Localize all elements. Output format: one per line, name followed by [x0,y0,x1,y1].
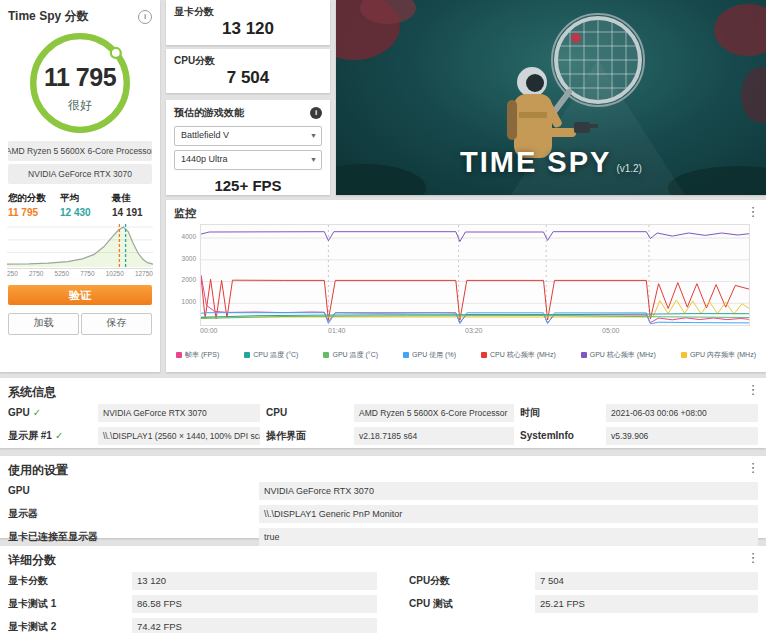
dist-tick: 12750 [135,270,153,277]
gpu-score-card: 显卡分数 13 120 [166,0,330,45]
overall-score: 11 795 [26,63,134,92]
legend-color-chip [323,352,329,358]
setting-label-display: 显示器 [8,505,253,523]
settings-title: 使用的设置 [8,462,68,479]
field-label-os: 操作界面 [266,427,348,445]
cpu-score-value: 7 504 [166,68,330,88]
setting-value-gpu: NVIDIA GeForce RTX 3070 [259,482,758,500]
legend-item-gpu-usage[interactable]: GPU 使用 (%) [403,350,456,360]
y-axis-tick: 3000 [170,255,196,262]
legend-item-cpu-clock[interactable]: CPU 核心频率 (MHz) [481,350,556,360]
kebab-menu-icon[interactable]: ⋮ [746,204,760,219]
legend-color-chip [681,352,687,358]
cpu-score-card: CPU分数 7 504 [166,49,330,93]
gpu-name-bar: NVIDIA GeForce RTX 3070 [8,164,152,184]
legend-label: GPU 使用 (%) [412,350,456,360]
legend-label: GPU 内存频率 (MHz) [690,350,756,360]
x-axis-tick: 03:20 [465,327,483,334]
monitoring-title: 监控 [174,206,196,221]
dist-tick: 5250 [55,270,69,277]
detailed-scores-title: 详细分数 [8,552,56,569]
monitoring-chart-svg [201,225,749,325]
spacer [383,572,403,590]
chevron-down-icon: ▼ [310,151,317,168]
detail-value-gpu-score: 13 120 [132,572,377,590]
field-value-display: \\.\DISPLAY1 (2560 × 1440, 100% DPI scal… [98,427,260,445]
legend-item-fps[interactable]: 帧率 (FPS) [176,350,219,360]
score-distribution-chart: 250 2750 5250 7750 10250 12750 [7,222,153,277]
spacer [383,595,403,613]
legend-item-gpu-clock[interactable]: GPU 核心频率 (MHz) [581,350,656,360]
field-label-display: 显示屏 #1✓ [8,427,92,445]
distribution-curve [7,222,153,269]
detail-label-graphics-test-2: 显卡测试 2 [8,618,126,633]
monitoring-panel: 监控 ⋮ 4000 3000 2000 1000 00:00 01:40 03:… [166,200,766,372]
timespy-score-panel: Time Spy 分数 i 11 795 很好 AMD Ryzen 5 5600… [0,0,160,372]
legend-color-chip [176,352,182,358]
x-axis-tick: 05:00 [602,327,620,334]
settings-grid: GPU NVIDIA GeForce RTX 3070 显示器 \\.\DISP… [8,482,758,546]
distribution-axis: 250 2750 5250 7750 10250 12750 [7,270,153,277]
cpu-score-label: CPU分数 [166,49,330,68]
game-select-value: Battlefield V [181,130,229,140]
gpu-score-label: 显卡分数 [166,0,330,19]
system-info-panel: 系统信息 ⋮ GPU✓ NVIDIA GeForce RTX 3070 CPU … [0,378,766,448]
game-perf-header: 预估的游戏效能 i [166,100,330,122]
kebab-menu-icon[interactable]: ⋮ [746,550,760,565]
dist-tick: 2750 [29,270,43,277]
hero-title-block: TIME SPY(v1.2) [336,146,766,179]
legend-item-gpu-temp[interactable]: GPU 温度 (°C) [323,350,378,360]
your-score-value: 11 795 [8,207,48,218]
your-score-label: 您的分数 [8,192,48,205]
legend-color-chip [481,352,487,358]
hero-title: TIME SPY [460,146,611,178]
monitoring-legend: 帧率 (FPS) CPU 温度 (°C) GPU 温度 (°C) GPU 使用 … [176,350,756,360]
dist-tick: 10250 [106,270,124,277]
average-score-column: 平均 12 430 [60,192,100,218]
legend-item-gpu-mem-clock[interactable]: GPU 内存频率 (MHz) [681,350,756,360]
kebab-menu-icon[interactable]: ⋮ [746,382,760,397]
monitoring-chart [200,224,750,326]
save-button[interactable]: 保存 [81,313,152,335]
field-label-cpu: CPU [266,404,348,422]
field-value-gpu: NVIDIA GeForce RTX 3070 [98,404,260,422]
y-axis-tick: 4000 [170,233,196,240]
spacer [409,618,529,633]
score-comparison: 您的分数 11 795 平均 12 430 最佳 14 191 [0,184,160,220]
field-label-time: 时间 [520,404,600,422]
field-label-systeminfo: SystemInfo [520,427,600,445]
load-button[interactable]: 加载 [8,313,79,335]
best-score-label: 最佳 [112,192,152,205]
legend-color-chip [581,352,587,358]
quality-select-value: 1440p Ultra [181,154,228,164]
kebab-menu-icon[interactable]: ⋮ [746,460,760,475]
info-icon[interactable]: i [138,10,152,24]
average-score-label: 平均 [60,192,100,205]
legend-item-cpu-temp[interactable]: CPU 温度 (°C) [244,350,298,360]
field-value-time: 2021-06-03 00:06 +08:00 [606,404,758,422]
legend-label: GPU 核心频率 (MHz) [590,350,656,360]
game-select[interactable]: Battlefield V ▼ [174,126,322,146]
quality-select[interactable]: 1440p Ultra ▼ [174,150,322,170]
timespy-result-page: Time Spy 分数 i 11 795 很好 AMD Ryzen 5 5600… [0,0,766,633]
detail-label-graphics-test-1: 显卡测试 1 [8,595,126,613]
best-score-column: 最佳 14 191 [112,192,152,218]
legend-label: GPU 温度 (°C) [332,350,378,360]
score-rating: 很好 [26,97,134,114]
spacer [383,618,403,633]
info-icon[interactable]: i [310,107,322,119]
field-value-os: v2.18.7185 s64 [354,427,514,445]
detail-label-gpu-score: 显卡分数 [8,572,126,590]
legend-label: 帧率 (FPS) [185,350,219,360]
cpu-name-bar: AMD Ryzen 5 5600X 6-Core Processor [8,141,152,161]
dist-tick: 7750 [80,270,94,277]
validate-button[interactable]: 验证 [8,285,152,305]
legend-color-chip [244,352,250,358]
detail-value-graphics-test-2: 74.42 FPS [132,618,377,633]
detail-label-cpu-score: CPU分数 [409,572,529,590]
x-axis-tick: 00:00 [200,327,218,334]
field-value-systeminfo: v5.39.906 [606,427,758,445]
field-value-cpu: AMD Ryzen 5 5600X 6-Core Processor [354,404,514,422]
detail-value-cpu-test: 25.21 FPS [535,595,758,613]
setting-value-gpu-connected: true [259,528,758,546]
